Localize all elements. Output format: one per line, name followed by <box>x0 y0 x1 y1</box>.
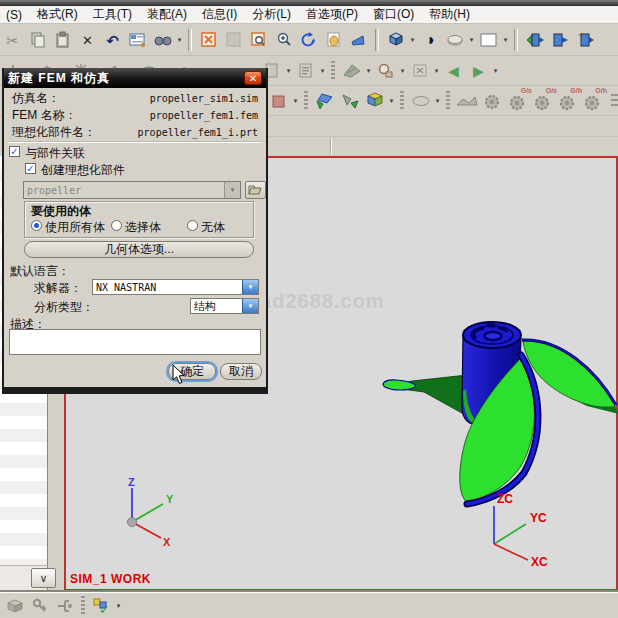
background-dropdown-caret[interactable]: ▾ <box>501 36 510 44</box>
cut-icon[interactable]: ✂ <box>0 27 25 53</box>
menu-item-help[interactable]: 帮助(H) <box>429 6 470 23</box>
find-icon[interactable] <box>150 27 175 53</box>
gear-gh-icon[interactable]: G/h <box>554 88 579 114</box>
menu-item-window[interactable]: 窗口(O) <box>373 6 414 23</box>
toolbar-grip[interactable] <box>400 91 404 111</box>
dropdown-caret[interactable]: ▾ <box>387 97 396 105</box>
background-color-icon[interactable] <box>476 27 501 53</box>
work-part-status-label: SIM_1 WORK <box>70 572 151 586</box>
no-bodies-radio[interactable] <box>187 220 198 231</box>
window-star-icon[interactable] <box>572 27 597 53</box>
close-icon[interactable]: ✕ <box>244 71 262 85</box>
new-fem-simulation-dialog: 新建 FEM 和仿真 ✕ 仿真名： propeller_sim1.sim FEM… <box>2 68 268 394</box>
standard-toolbar: ✂ ✕ ↶ ▾ ▾ ◑ ▾ ▾ <box>0 25 618 56</box>
part-combo-arrow-icon[interactable]: ▾ <box>224 182 240 198</box>
create-idealized-part-checkbox[interactable]: ✓ <box>25 163 36 174</box>
solver-combo-arrow-icon[interactable]: ▾ <box>242 280 258 294</box>
dropdown-caret[interactable]: ▾ <box>364 67 373 75</box>
status-key-icon[interactable] <box>27 593 52 618</box>
menu-item-format[interactable]: 格式(R) <box>37 6 78 23</box>
dropdown-caret[interactable]: ▾ <box>114 602 123 610</box>
delete-icon[interactable]: ✕ <box>75 27 100 53</box>
window-open-icon[interactable] <box>522 27 547 53</box>
navigator-expand-button[interactable]: ∨ <box>31 568 56 588</box>
mesh-step-icon[interactable] <box>454 88 479 114</box>
perspective-icon[interactable] <box>346 27 371 53</box>
model-check-icon[interactable]: ✓ <box>89 593 114 618</box>
pan-view-icon[interactable] <box>321 27 346 53</box>
part-combo-value: propeller <box>24 185 224 196</box>
dropdown-caret[interactable]: ▾ <box>291 97 300 105</box>
dropdown-caret[interactable]: ▾ <box>284 67 293 75</box>
rotate-view-icon[interactable] <box>296 27 321 53</box>
open-part-button[interactable] <box>245 181 266 199</box>
tag-finder-icon[interactable] <box>373 58 398 84</box>
dropdown-caret[interactable]: ▾ <box>318 67 327 75</box>
hidden-edges-icon[interactable] <box>442 27 467 53</box>
select-bodies-label: 选择体 <box>125 219 161 236</box>
gear-gs-icon[interactable]: G/s <box>504 88 529 114</box>
default-language-label: 默认语言： <box>10 263 70 280</box>
mesh-box-icon[interactable] <box>362 88 387 114</box>
solver-combo[interactable]: NX NASTRAN ▾ <box>92 279 259 295</box>
mesh-list-icon[interactable] <box>604 88 618 114</box>
menu-item-insert[interactable]: (S) <box>6 8 22 22</box>
use-all-bodies-label: 使用所有体 <box>45 219 105 236</box>
mesh-gear-icon[interactable] <box>479 88 504 114</box>
paste-icon[interactable] <box>50 27 75 53</box>
dropdown-caret[interactable]: ▾ <box>398 67 407 75</box>
disabled-load-icon[interactable] <box>408 88 433 114</box>
toolbar-grip[interactable] <box>331 61 335 81</box>
shaded-view-cube-icon[interactable] <box>383 27 408 53</box>
analysis-combo-arrow-icon[interactable]: ▾ <box>242 299 258 313</box>
fem-import-icon[interactable] <box>312 88 337 114</box>
dropdown-caret[interactable]: ▾ <box>432 67 441 75</box>
analysis-type-combo[interactable]: 结构 ▾ <box>190 298 259 314</box>
disabled-xbox-icon[interactable] <box>407 58 432 84</box>
gear-oh-icon[interactable]: O/h <box>579 88 604 114</box>
material-swatch-icon[interactable] <box>266 88 291 114</box>
menu-item-preferences[interactable]: 首选项(P) <box>306 6 358 23</box>
constraint-tool-icon[interactable] <box>337 88 362 114</box>
status-connector-icon[interactable] <box>52 593 77 618</box>
render-style-icon[interactable]: ◑ <box>417 27 442 53</box>
toolbar-grip[interactable] <box>446 91 450 111</box>
ok-button[interactable]: 确定 <box>168 363 216 380</box>
navigate-back-icon[interactable]: ◀ <box>441 58 466 84</box>
status-box-icon[interactable] <box>2 593 27 618</box>
disabled-sketch-icon[interactable] <box>339 58 364 84</box>
part-combo[interactable]: propeller ▾ <box>23 181 241 199</box>
cancel-button[interactable]: 取消 <box>220 363 262 380</box>
fem-name-label: FEM 名称： <box>12 107 77 124</box>
menu-item-information[interactable]: 信息(I) <box>202 6 237 23</box>
dropdown-caret[interactable]: ▾ <box>433 97 442 105</box>
menu-item-analysis[interactable]: 分析(L) <box>252 6 291 23</box>
undo-icon[interactable]: ↶ <box>100 27 125 53</box>
find-dropdown-caret[interactable]: ▾ <box>175 36 184 44</box>
toolbar-grip[interactable] <box>304 91 308 111</box>
dialog-body: 仿真名： propeller_sim1.sim FEM 名称： propelle… <box>4 88 266 385</box>
fit-view-icon[interactable] <box>196 27 221 53</box>
geometry-options-button[interactable]: 几何体选项... <box>24 241 254 258</box>
associate-part-checkbox[interactable]: ✓ <box>9 146 20 157</box>
dropdown-caret[interactable]: ▾ <box>491 67 500 75</box>
zoom-in-out-icon[interactable] <box>271 27 296 53</box>
toolbar-grip[interactable] <box>81 596 85 616</box>
dialog-title-bar[interactable]: 新建 FEM 和仿真 ✕ <box>4 68 266 88</box>
dialog-title: 新建 FEM 和仿真 <box>8 70 244 87</box>
gear-os-icon[interactable]: O/s <box>529 88 554 114</box>
window-new-icon[interactable] <box>547 27 572 53</box>
shaded-view-dropdown-caret[interactable]: ▾ <box>408 36 417 44</box>
select-bodies-radio[interactable] <box>111 220 122 231</box>
use-all-bodies-radio[interactable] <box>31 220 42 231</box>
menu-item-assembly[interactable]: 装配(A) <box>147 6 187 23</box>
zoom-window-icon[interactable] <box>246 27 271 53</box>
menu-item-tools[interactable]: 工具(T) <box>93 6 132 23</box>
disabled-fit-icon[interactable] <box>221 27 246 53</box>
description-input[interactable] <box>9 329 261 355</box>
edges-dropdown-caret[interactable]: ▾ <box>467 36 476 44</box>
navigate-forward-icon[interactable]: ▶ <box>466 58 491 84</box>
copy-icon[interactable] <box>25 27 50 53</box>
information-window-icon[interactable] <box>125 27 150 53</box>
disabled-report-icon[interactable] <box>293 58 318 84</box>
